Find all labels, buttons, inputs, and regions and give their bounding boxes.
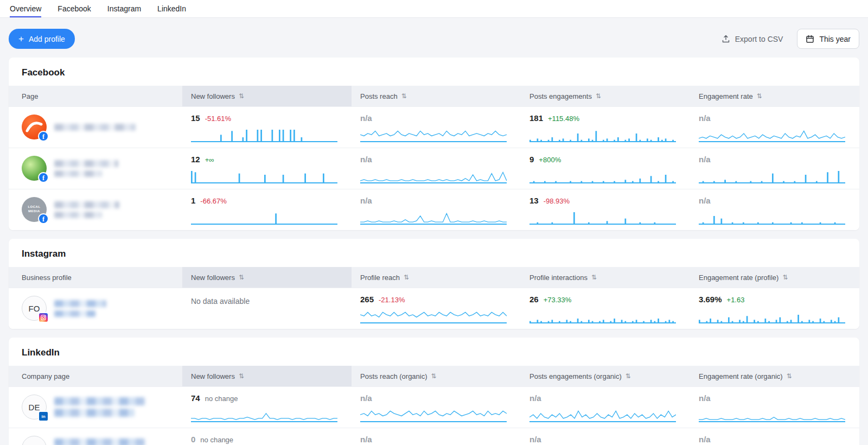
add-profile-button[interactable]: + Add profile (9, 29, 75, 49)
cell-posts-engagements: 13-98.93% (521, 194, 690, 225)
redacted-line (54, 201, 119, 208)
column-header-new-followers[interactable]: New followers⇅ (182, 86, 352, 106)
cell-posts-engagements-organic: n/a (521, 433, 690, 445)
metric-line: 15-51.61% (191, 113, 337, 124)
metric-value: 0 (191, 435, 195, 444)
column-header-posts-engagements[interactable]: Posts engagements⇅ (521, 86, 690, 106)
metric-line: n/a (360, 113, 507, 124)
cell-posts-reach: n/a (352, 153, 521, 183)
cell-new-followers: 1-66.67% (182, 194, 352, 225)
column-header-engagement-rate-profile[interactable]: Engagement rate (profile)⇅ (690, 267, 859, 288)
metric-value: 12 (191, 155, 200, 164)
section-title: Facebook (9, 58, 859, 86)
cell-posts-engagements: 9+800% (521, 153, 690, 183)
no-data-label: No data available (191, 295, 337, 306)
section-title: LinkedIn (9, 338, 859, 366)
column-header-posts-reach-organic[interactable]: Posts reach (organic)⇅ (352, 366, 521, 386)
redacted-profile-name (54, 397, 145, 417)
redacted-profile-name (54, 160, 118, 177)
cell-posts-reach-organic: n/a (352, 433, 521, 445)
metric-line: n/a (529, 435, 676, 445)
metric-line: 1-66.67% (191, 196, 337, 206)
export-csv-button[interactable]: Export to CSV (722, 35, 783, 43)
column-header-profile-interactions[interactable]: Profile interactions⇅ (521, 267, 690, 288)
metric-value: n/a (699, 155, 711, 164)
metric-line: n/a (360, 435, 507, 445)
profile-cell[interactable]: DEin (9, 392, 182, 422)
metric-value: n/a (360, 155, 372, 164)
profile-avatar: f (22, 156, 47, 181)
sparkline (191, 210, 337, 225)
date-range-button[interactable]: This year (797, 29, 859, 49)
section-instagram: InstagramBusiness profileNew followers⇅P… (9, 239, 859, 329)
tab-linkedin[interactable]: LinkedIn (157, 0, 186, 17)
metric-line: 26+73.33% (529, 295, 676, 305)
profile-cell[interactable]: OPin (9, 433, 182, 445)
plus-icon: + (18, 34, 24, 43)
facebook-badge-icon: f (38, 131, 49, 142)
calendar-icon (806, 35, 814, 43)
tab-overview[interactable]: Overview (10, 0, 41, 17)
metric-line: n/a (699, 435, 845, 445)
profile-cell[interactable]: LOCALMEDIAf (9, 194, 182, 225)
cell-engagement-rate: n/a (690, 153, 859, 183)
redacted-line (54, 310, 95, 317)
instagram-badge-icon (38, 312, 49, 323)
metric-value: n/a (699, 196, 711, 205)
date-range-label: This year (819, 35, 851, 43)
sort-icon: ⇅ (431, 372, 437, 380)
sparkline (360, 210, 507, 225)
redacted-line (54, 124, 136, 131)
tab-instagram[interactable]: Instagram (107, 0, 141, 17)
sparkline (191, 169, 337, 183)
toolbar: + Add profile Export to CSV This year (0, 18, 868, 58)
sparkline (699, 169, 845, 183)
metric-change: no change (200, 436, 233, 444)
column-header-posts-engagements-organic[interactable]: Posts engagements (organic)⇅ (521, 366, 690, 386)
linkedin-badge-icon: in (38, 411, 49, 422)
redacted-profile-name (54, 124, 136, 131)
table-header: Company pageNew followers⇅Posts reach (o… (9, 366, 859, 386)
profile-cell[interactable]: f (9, 112, 182, 142)
column-header-profile-reach[interactable]: Profile reach⇅ (352, 267, 521, 288)
table-row: OPin0no changen/an/an/a (9, 428, 859, 445)
profile-avatar: f (22, 115, 47, 139)
column-header-engagement-rate-organic[interactable]: Engagement rate (organic)⇅ (690, 366, 859, 386)
metric-value: n/a (699, 393, 711, 403)
column-header-new-followers[interactable]: New followers⇅ (182, 267, 352, 288)
sort-icon: ⇅ (239, 92, 244, 100)
cell-new-followers: 74no change (182, 392, 352, 422)
sparkline (360, 309, 507, 323)
column-header-new-followers[interactable]: New followers⇅ (182, 366, 352, 386)
top-tab-bar: Overview Facebook Instagram LinkedIn (0, 0, 868, 18)
sparkline (360, 169, 507, 183)
cell-posts-reach: n/a (352, 112, 521, 142)
metric-line: n/a (360, 155, 507, 165)
sparkline (529, 128, 676, 142)
column-header-engagement-rate[interactable]: Engagement rate⇅ (690, 86, 859, 106)
cell-new-followers: 12+∞ (182, 153, 352, 183)
cell-new-followers: No data available (182, 293, 352, 323)
cell-engagement-rate-organic: n/a (690, 433, 859, 445)
redacted-profile-name (54, 300, 106, 317)
cell-new-followers: 0no change (182, 433, 352, 445)
profile-cell[interactable]: FO (9, 293, 182, 323)
redacted-line (54, 212, 102, 218)
table-row: f15-51.61%n/a181+115.48%n/a (9, 106, 859, 148)
cell-engagement-rate-organic: n/a (690, 392, 859, 422)
cell-posts-engagements: 181+115.48% (521, 112, 690, 142)
redacted-line (54, 300, 106, 307)
metric-value: n/a (360, 435, 372, 444)
metric-value: 265 (360, 295, 374, 304)
metric-value: 1 (191, 196, 195, 205)
tab-facebook[interactable]: Facebook (58, 0, 91, 17)
metric-value: 74 (191, 393, 200, 403)
sparkline (191, 128, 337, 142)
profile-cell[interactable]: f (9, 153, 182, 183)
sparkline (699, 309, 845, 323)
section-linkedin: LinkedInCompany pageNew followers⇅Posts … (9, 338, 859, 445)
table-header: Business profileNew followers⇅Profile re… (9, 267, 859, 288)
column-header-posts-reach[interactable]: Posts reach⇅ (352, 86, 521, 106)
redacted-line (54, 438, 145, 445)
profile-avatar: FO (22, 296, 47, 321)
